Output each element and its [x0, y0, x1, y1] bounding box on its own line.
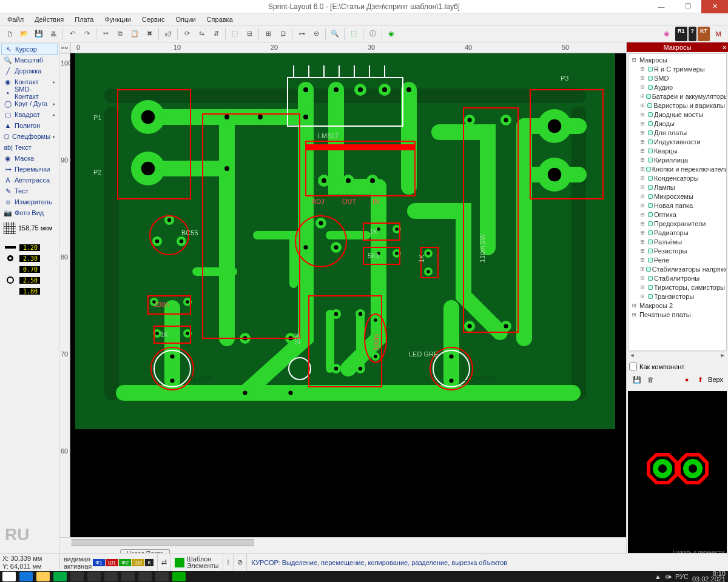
tool-Масштаб[interactable]: 🔍Масштаб: [1, 55, 58, 65]
tool-Полигон[interactable]: ▲Полигон: [1, 120, 58, 131]
delete-macro-icon[interactable]: 🗑: [645, 374, 656, 385]
close-icon[interactable]: ✕: [722, 44, 727, 51]
close-button[interactable]: ✕: [701, 0, 728, 13]
tool-Фото Вид[interactable]: 📷Фото Вид: [1, 207, 58, 218]
help-icon[interactable]: ◉: [659, 27, 674, 41]
badge-help[interactable]: ?: [689, 27, 697, 41]
print-icon[interactable]: 🖶: [46, 27, 61, 41]
tray-lang[interactable]: РУС: [675, 573, 689, 580]
ie-icon[interactable]: [19, 572, 33, 581]
macro-item[interactable]: ⊞Диоды: [630, 119, 725, 128]
zoom-icon[interactable]: 🔍: [328, 27, 342, 41]
layer-Ш1[interactable]: Ш1: [106, 559, 118, 566]
tool-Спецформы[interactable]: ⬡Спецформы▸: [1, 131, 58, 142]
ungroup-icon[interactable]: ⊟: [242, 27, 257, 41]
calc-icon[interactable]: [87, 572, 101, 581]
menu-actions[interactable]: Действия: [30, 15, 69, 24]
macro-item[interactable]: ⊞Предохранители: [630, 219, 725, 228]
minimize-button[interactable]: —: [648, 0, 675, 13]
tool-Тест[interactable]: ✎Тест: [1, 186, 58, 196]
param-pad-out[interactable]: 2.30: [19, 255, 40, 262]
group-icon[interactable]: ⬚: [228, 27, 242, 41]
macros-tree[interactable]: ⊟Макросы ⊞R и C триммеры⊞SMD⊞Аудио⊞Батар…: [628, 53, 727, 350]
macro-preview[interactable]: Нажать и перенести: [628, 391, 727, 557]
new-icon[interactable]: 🗋: [2, 27, 17, 41]
layer-Ф1[interactable]: Ф1: [93, 559, 105, 566]
layer-visibility[interactable]: видимаяактивная Ф1Ш1Ф2Ш2К: [59, 554, 157, 571]
layer-swap-icon[interactable]: ⇄: [157, 554, 170, 571]
layer-К[interactable]: К: [145, 559, 153, 566]
tool-Курсор[interactable]: ↖Курсор: [1, 44, 58, 55]
drc-icon[interactable]: ◉: [384, 27, 399, 41]
macro-item[interactable]: ⊞Варисторы и варикапы: [630, 101, 725, 110]
maximize-button[interactable]: ❐: [675, 0, 701, 13]
tool-SMD-Контакт[interactable]: ▪SMD-Контакт: [1, 87, 58, 98]
macro-item[interactable]: ⊞Батареи и аккумуляторы: [630, 92, 725, 101]
menu-service[interactable]: Сервис: [137, 15, 170, 24]
macro-item[interactable]: ⊞Лампы: [630, 182, 725, 192]
tool-Автотрасса[interactable]: AАвтотрасса: [1, 175, 58, 186]
macro-item[interactable]: ⊞Новая папка: [630, 201, 725, 210]
param-pad-in[interactable]: 0.70: [19, 266, 40, 273]
save-icon[interactable]: 💾: [32, 27, 46, 41]
app1-icon[interactable]: [104, 572, 118, 581]
link-icon[interactable]: ⊘: [233, 554, 246, 571]
macro-item[interactable]: ⊞Кварцы: [630, 146, 725, 155]
start-icon[interactable]: [2, 572, 16, 581]
macro-item[interactable]: ⊞Кириллица: [630, 155, 725, 164]
macro-item[interactable]: ⊞Транзисторы: [630, 292, 725, 301]
align-icon[interactable]: ⊞: [261, 27, 275, 41]
undo-icon[interactable]: ↶: [65, 27, 79, 41]
macro-toggle-icon[interactable]: M: [711, 27, 726, 41]
macro-item[interactable]: ⊞Для платы: [630, 128, 725, 137]
macro-item[interactable]: ⊞Стабилизаторы напряжения: [630, 264, 725, 273]
cut-icon[interactable]: ✂: [98, 27, 113, 41]
macro-item[interactable]: ⊞SMD: [630, 73, 725, 82]
grid-value[interactable]: 158,75 мкм: [1, 221, 58, 235]
badge-kt[interactable]: KT: [698, 27, 710, 41]
tool-Дорожка[interactable]: ╱Дорожка: [1, 65, 58, 76]
open-icon[interactable]: 📂: [17, 27, 32, 41]
layer-Ф2[interactable]: Ф2: [119, 559, 131, 566]
macro-item[interactable]: ⊞Индуктивности: [630, 137, 725, 146]
measure-icon[interactable]: ⟟: [223, 554, 233, 571]
param-via-out[interactable]: 2.50: [19, 277, 40, 284]
snap-icon[interactable]: ⊡: [275, 27, 290, 41]
conn-icon[interactable]: ⊶: [294, 27, 309, 41]
macro-item[interactable]: ⊞Радиаторы: [630, 228, 725, 237]
macro-hscroll[interactable]: ◄►: [628, 352, 727, 360]
macro-item[interactable]: ⊞Разъёмы: [630, 237, 725, 246]
app4-icon[interactable]: [155, 572, 169, 581]
app3-icon[interactable]: [138, 572, 152, 581]
store-icon[interactable]: [53, 572, 67, 581]
tool-Маска[interactable]: ◉Маска: [1, 153, 58, 164]
template-button[interactable]: ШаблонЭлементы: [170, 554, 223, 571]
tree-root[interactable]: ⊟Макросы: [630, 55, 725, 64]
as-component-check[interactable]: Как компонент: [629, 363, 726, 370]
select-icon[interactable]: ⬚: [346, 27, 361, 41]
pcb-canvas[interactable]: P1 P2 P3 LM317 ADJ OUT IN BC55 1K 5K1 1K…: [70, 53, 626, 537]
tool-Измеритель[interactable]: ⧈Измеритель: [1, 196, 58, 207]
badge-r1[interactable]: R1: [675, 27, 687, 41]
menu-board[interactable]: Плата: [70, 15, 98, 24]
dup-icon[interactable]: x2: [161, 27, 175, 41]
macro-item[interactable]: ⊞Конденсаторы: [630, 173, 725, 182]
copy-icon[interactable]: ⧉: [113, 27, 127, 41]
macro-item[interactable]: ⊞Оптика: [630, 210, 725, 219]
macro-item[interactable]: ⊞Стабилитроны: [630, 273, 725, 283]
paste-icon[interactable]: 📋: [127, 27, 142, 41]
tray-net-icon[interactable]: 🕪: [665, 573, 672, 580]
redo-icon[interactable]: ↷: [79, 27, 94, 41]
fliph-icon[interactable]: ⇋: [194, 27, 209, 41]
macro-item[interactable]: ⊞Резисторы: [630, 246, 725, 255]
tree-root2[interactable]: ⊞Макросы 2: [630, 301, 725, 310]
layer-Ш2[interactable]: Ш2: [132, 559, 144, 566]
rotate-icon[interactable]: ⟳: [180, 27, 194, 41]
tray-flag-icon[interactable]: ▲: [655, 573, 661, 580]
macro-item[interactable]: ⊞Аудио: [630, 82, 725, 92]
hscrollbar[interactable]: [59, 537, 626, 547]
app2-icon[interactable]: [121, 572, 135, 581]
tree-root3[interactable]: ⊞Печатные платы: [630, 310, 725, 319]
rec-icon[interactable]: ●: [681, 374, 692, 385]
param-via-in[interactable]: 1.80: [19, 288, 40, 295]
